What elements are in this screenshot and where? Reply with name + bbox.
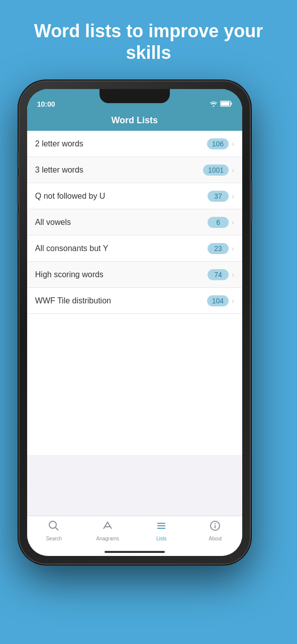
list-item[interactable]: All consonants but Y 23 › — [27, 235, 242, 262]
nav-bar: Word Lists — [27, 111, 242, 131]
list-item-badge: 37 — [208, 191, 229, 202]
chevron-right-icon: › — [232, 192, 234, 200]
list-item-right: 23 › — [208, 243, 234, 254]
list-item[interactable]: 3 letter words 1001 › — [27, 157, 242, 183]
list-icon — [156, 520, 167, 534]
battery-icon — [220, 101, 232, 108]
tab-label-about: About — [209, 536, 222, 541]
list-item-badge: 6 — [208, 217, 229, 228]
page-header: Word lists to improve your skills — [19, 0, 278, 78]
list-item-right: 6 › — [208, 217, 234, 228]
side-button-power — [250, 182, 252, 222]
side-button-vol-up — [17, 177, 19, 205]
home-indicator — [105, 551, 165, 553]
tab-label-anagrams: Anagrams — [96, 536, 120, 541]
phone-mockup: 10:00 — [19, 81, 250, 564]
list-item-badge: 23 — [208, 243, 229, 254]
list-item-label: 2 letter words — [35, 139, 83, 148]
page-background: Word lists to improve your skills 10:00 — [19, 0, 278, 564]
tab-lists[interactable]: Lists — [135, 520, 188, 541]
list-item-right: 104 › — [207, 295, 234, 306]
list-item-right: 37 › — [208, 191, 234, 202]
chevron-right-icon: › — [232, 271, 234, 279]
list-item-badge: 1001 — [203, 165, 229, 176]
tab-label-lists: Lists — [156, 536, 167, 541]
tab-bar: Search Anagrams — [27, 516, 242, 556]
nav-title: Word Lists — [111, 115, 158, 125]
side-button-vol-down — [17, 212, 19, 240]
chevron-right-icon: › — [232, 297, 234, 305]
list-item-right: 106 › — [207, 138, 234, 149]
list-item-label: High scoring words — [35, 270, 104, 279]
headline: Word lists to improve your skills — [34, 21, 263, 63]
tab-search[interactable]: Search — [27, 520, 81, 541]
list-item-badge: 106 — [207, 138, 229, 149]
info-icon — [210, 520, 221, 534]
list-item[interactable]: High scoring words 74 › — [27, 262, 242, 288]
wifi-icon — [210, 101, 218, 108]
list-item[interactable]: Q not followed by U 37 › — [27, 183, 242, 209]
svg-rect-1 — [231, 103, 232, 105]
list-empty-space — [27, 314, 242, 455]
list-item-right: 1001 › — [203, 165, 234, 176]
chevron-right-icon: › — [232, 166, 234, 174]
chevron-right-icon: › — [232, 140, 234, 148]
list-item[interactable]: WWF Tile distribution 104 › — [27, 288, 242, 314]
svg-rect-2 — [221, 102, 229, 106]
list-item[interactable]: 2 letter words 106 › — [27, 131, 242, 157]
status-time: 10:00 — [37, 100, 55, 108]
list-item-label: All vowels — [35, 218, 71, 227]
search-icon — [48, 520, 59, 534]
list-item-label: All consonants but Y — [35, 244, 109, 253]
phone-notch — [100, 89, 170, 103]
list-item-badge: 104 — [207, 295, 229, 306]
phone-screen: 10:00 — [27, 89, 242, 556]
chevron-right-icon: › — [232, 245, 234, 253]
svg-point-3 — [49, 521, 56, 528]
tab-about[interactable]: About — [188, 520, 242, 541]
tab-label-search: Search — [46, 536, 62, 541]
status-icons — [210, 101, 232, 108]
anagram-icon — [102, 520, 113, 534]
list-item-right: 74 › — [208, 269, 234, 280]
side-button-mute — [17, 151, 19, 168]
list-item-label: Q not followed by U — [35, 192, 106, 201]
tab-anagrams[interactable]: Anagrams — [81, 520, 135, 541]
svg-point-11 — [215, 524, 216, 524]
svg-line-4 — [56, 528, 59, 531]
list-item-badge: 74 — [208, 269, 229, 280]
list-item[interactable]: All vowels 6 › — [27, 209, 242, 235]
list-item-label: WWF Tile distribution — [35, 296, 111, 305]
chevron-right-icon: › — [232, 218, 234, 226]
word-list: 2 letter words 106 › 3 letter words 1001… — [27, 131, 242, 516]
list-item-label: 3 letter words — [35, 166, 83, 175]
